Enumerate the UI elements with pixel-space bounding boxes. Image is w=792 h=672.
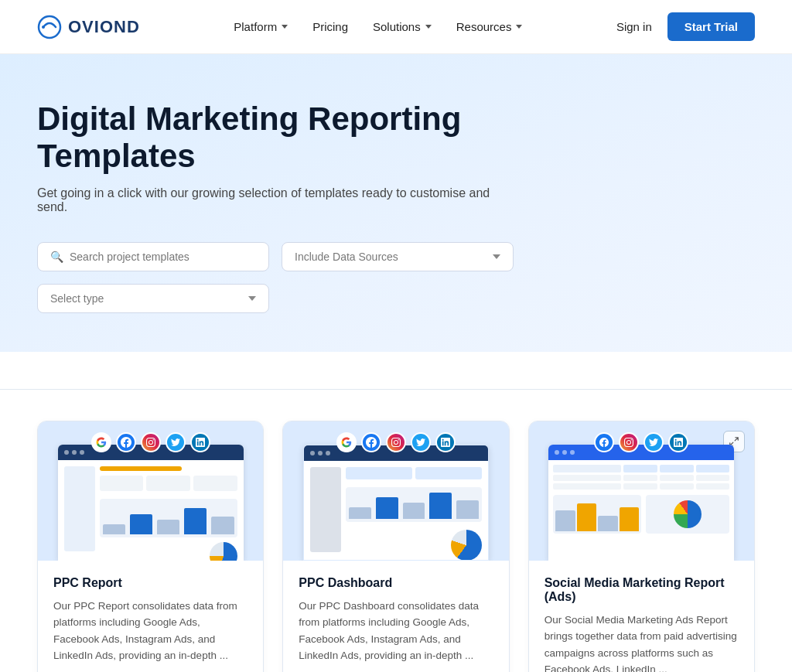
linkedin-icon <box>190 432 210 452</box>
twitter-icon <box>644 432 664 452</box>
chevron-down-icon <box>493 254 500 259</box>
navbar: OVIOND Platform Pricing Solutions Resour… <box>0 0 792 54</box>
card-social-media[interactable]: Social Media Marketing Report (Ads) Our … <box>528 421 755 672</box>
card-body: PPC Dashboard Our PPC Dashboard consolid… <box>283 561 508 672</box>
platform-icons <box>91 432 210 452</box>
card-title: Social Media Marketing Report (Ads) <box>544 576 739 604</box>
nav-item-platform[interactable]: Platform <box>234 20 288 33</box>
google-icon <box>336 432 357 452</box>
card-title: PPC Report <box>53 576 248 590</box>
type-select[interactable]: Select type <box>37 284 269 313</box>
google-icon <box>91 432 111 452</box>
data-sources-label: Include Data Sources <box>295 251 398 263</box>
card-body: Social Media Marketing Report (Ads) Our … <box>529 561 754 672</box>
hero-title: Digital Marketing Reporting Templates <box>37 101 579 176</box>
dashboard-mockup <box>58 445 244 561</box>
platform-icons <box>594 432 688 452</box>
chevron-down-icon <box>516 25 522 29</box>
cards-section: PPC Report Our PPC Report consolidates d… <box>0 390 792 672</box>
nav-item-resources[interactable]: Resources <box>456 20 523 33</box>
nav-actions: Sign in Start Trial <box>616 12 755 41</box>
dashboard-mockup <box>548 445 734 561</box>
dashboard-mockup <box>303 445 489 561</box>
card-thumbnail <box>38 421 263 561</box>
card-title: PPC Dashboard <box>299 576 493 590</box>
card-thumbnail <box>283 421 508 561</box>
card-description: Our PPC Report consolidates data from pl… <box>53 598 248 664</box>
meta-icon <box>116 432 136 452</box>
card-ppc-report[interactable]: PPC Report Our PPC Report consolidates d… <box>37 421 264 672</box>
start-trial-button[interactable]: Start Trial <box>667 12 755 41</box>
card-thumbnail <box>529 421 754 561</box>
type-label: Select type <box>50 292 104 305</box>
hero-section: Digital Marketing Reporting Templates Ge… <box>0 54 792 352</box>
search-icon: 🔍 <box>50 251 63 263</box>
hero-subtitle: Get going in a click with our growing se… <box>37 186 517 214</box>
svg-point-1 <box>42 26 45 29</box>
logo[interactable]: OVIOND <box>37 15 140 39</box>
logo-text: OVIOND <box>68 17 140 37</box>
card-description: Our PPC Dashboard consolidates data from… <box>299 598 493 664</box>
linkedin-icon <box>435 432 456 452</box>
data-sources-select[interactable]: Include Data Sources <box>282 242 514 271</box>
card-body: PPC Report Our PPC Report consolidates d… <box>38 561 263 672</box>
instagram-icon <box>619 432 639 452</box>
card-ppc-dashboard[interactable]: PPC Dashboard Our PPC Dashboard consolid… <box>282 421 509 672</box>
cards-grid: PPC Report Our PPC Report consolidates d… <box>37 421 755 672</box>
instagram-icon <box>141 432 161 452</box>
meta-icon <box>361 432 381 452</box>
chevron-down-icon <box>282 25 288 29</box>
sign-in-button[interactable]: Sign in <box>616 20 652 33</box>
chevron-down-icon <box>248 296 256 301</box>
platform-icons <box>336 432 456 452</box>
instagram-icon <box>386 432 406 452</box>
nav-item-solutions[interactable]: Solutions <box>373 20 432 33</box>
nav-links: Platform Pricing Solutions Resources <box>234 20 522 33</box>
search-input[interactable] <box>70 251 256 263</box>
meta-icon <box>594 432 614 452</box>
twitter-icon <box>411 432 431 452</box>
search-input-wrap: 🔍 <box>37 242 269 271</box>
nav-item-pricing[interactable]: Pricing <box>312 20 348 33</box>
chevron-down-icon <box>425 25 432 29</box>
card-description: Our Social Media Marketing Ads Report br… <box>544 612 739 672</box>
linkedin-icon <box>668 432 688 452</box>
twitter-icon <box>166 432 186 452</box>
filters: 🔍 Include Data Sources Select type <box>37 242 755 313</box>
